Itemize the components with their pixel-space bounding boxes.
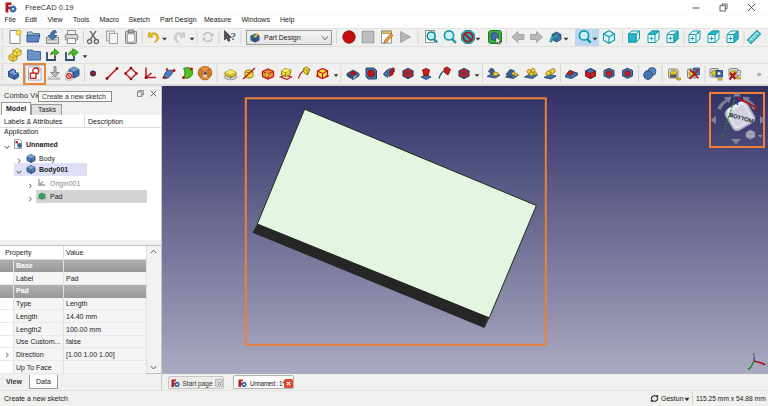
svg-text:y: y (721, 132, 724, 138)
svg-text:x: x (760, 108, 763, 114)
svg-text:»: » (757, 70, 761, 79)
svg-text:z: z (753, 351, 756, 357)
